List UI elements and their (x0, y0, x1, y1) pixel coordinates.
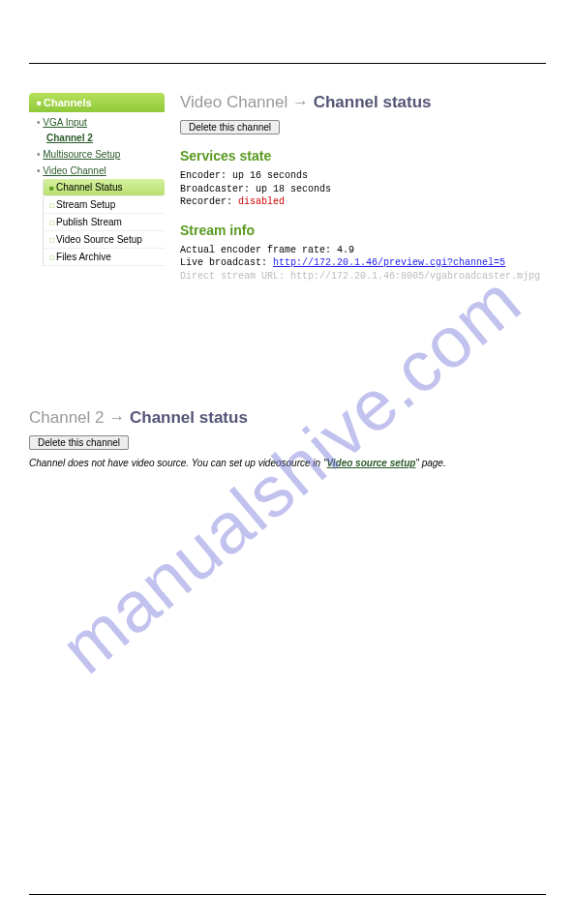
subnav-label: Video Source Setup (56, 234, 142, 245)
video-source-setup-link[interactable]: Video source setup (326, 458, 415, 468)
sidebar-link[interactable]: VGA Input (43, 117, 87, 128)
subnav-files-archive[interactable]: Files Archive (43, 249, 165, 266)
title-prefix: Channel 2 (29, 408, 105, 427)
subnav-stream-setup[interactable]: Stream Setup (43, 196, 165, 214)
title-arrow: → (292, 93, 314, 111)
section-video-channel: Channels VGA Input Channel 2 Multisource… (29, 93, 546, 283)
services-state-heading: Services state (180, 148, 546, 164)
stream-info-heading: Stream info (180, 223, 546, 238)
main-content: Video Channel → Channel status Delete th… (180, 93, 546, 283)
delete-channel-button-2[interactable]: Delete this channel (29, 435, 129, 450)
page-title: Video Channel → Channel status (180, 93, 546, 112)
live-label: Live broadcast: (180, 257, 273, 268)
subnav-label: Files Archive (56, 252, 111, 262)
sidebar-link[interactable]: Channel 2 (46, 133, 93, 143)
sidebar-nav: VGA Input Channel 2 Multisource Setup Vi… (29, 112, 165, 179)
subnav-label: Channel Status (56, 182, 122, 193)
recorder-label: Recorder: (180, 196, 238, 207)
encoder-line: Encoder: up 16 seconds (180, 169, 546, 183)
sidebar-item-multisource[interactable]: Multisource Setup (33, 146, 165, 163)
help-pre: Channel does not have video source. You … (29, 458, 326, 468)
no-source-help: Channel does not have video source. You … (29, 458, 546, 468)
sidebar-item-video-channel[interactable]: Video Channel (33, 163, 165, 179)
recorder-value: disabled (238, 196, 285, 207)
recorder-line: Recorder: disabled (180, 195, 546, 209)
live-broadcast-link[interactable]: http://172.20.1.46/preview.cgi?channel=5 (273, 257, 505, 268)
sidebar-link[interactable]: Multisource Setup (43, 149, 120, 160)
sidebar: Channels VGA Input Channel 2 Multisource… (29, 93, 165, 266)
subnav-channel-status[interactable]: Channel Status (43, 179, 165, 196)
live-broadcast-line: Live broadcast: http://172.20.1.46/previ… (180, 256, 546, 270)
top-rule (29, 63, 546, 64)
broadcaster-line: Broadcaster: up 18 seconds (180, 183, 546, 196)
subnav-label: Publish Stream (56, 217, 122, 227)
sidebar-subnav: Channel Status Stream Setup Publish Stre… (29, 179, 165, 266)
title-arrow: → (108, 408, 130, 427)
subnav-label: Stream Setup (56, 199, 115, 210)
framerate-line: Actual encoder frame rate: 4.9 (180, 244, 546, 257)
subnav-publish-stream[interactable]: Publish Stream (43, 214, 165, 231)
stream-info-block: Actual encoder frame rate: 4.9 Live broa… (180, 244, 546, 283)
page-title-2: Channel 2 → Channel status (29, 408, 546, 428)
title-prefix: Video Channel (180, 93, 288, 111)
services-state-block: Encoder: up 16 seconds Broadcaster: up 1… (180, 169, 546, 209)
sidebar-item-channel-2[interactable]: Channel 2 (33, 131, 165, 146)
bottom-rule (29, 894, 546, 895)
direct-stream-line: Direct stream URL: http://172.20.1.46:80… (180, 270, 546, 283)
delete-channel-button[interactable]: Delete this channel (180, 120, 280, 134)
title-suffix: Channel status (130, 408, 248, 427)
subnav-video-source-setup[interactable]: Video Source Setup (43, 231, 165, 249)
sidebar-item-vga-input[interactable]: VGA Input (33, 114, 165, 131)
section-channel-2: Channel 2 → Channel status Delete this c… (29, 408, 546, 468)
sidebar-header: Channels (29, 93, 165, 112)
sidebar-link[interactable]: Video Channel (43, 165, 106, 176)
title-suffix: Channel status (314, 93, 432, 111)
help-post: " page. (415, 458, 445, 468)
